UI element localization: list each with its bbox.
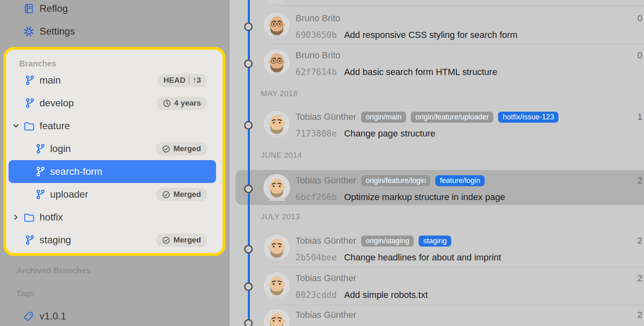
date-section-header: JUNE 2014 bbox=[261, 150, 302, 161]
commit-author: Tobias Günther bbox=[296, 236, 356, 246]
branch-label: login bbox=[50, 143, 71, 154]
avatar bbox=[263, 11, 291, 39]
date-section-header: JULY 2013 bbox=[261, 211, 300, 222]
commit-row[interactable]: Bruno Brito 62f7614bAdd basic search for… bbox=[263, 45, 644, 80]
avatar bbox=[263, 0, 291, 3]
commit-hash: 6903650b bbox=[296, 30, 337, 40]
sidebar-item-tag-v1.0.1[interactable]: v1.0.1 bbox=[0, 305, 229, 326]
commit-text: Tobias Güntherorigin/stagingstaging 2b50… bbox=[296, 233, 644, 266]
branch-tag[interactable]: origin/feature/login bbox=[361, 175, 430, 186]
branch-label: main bbox=[40, 75, 61, 86]
avatar bbox=[263, 174, 291, 201]
head-ahead-badge: HEAD↑3 bbox=[157, 74, 207, 87]
branch-tag[interactable]: origin/staging bbox=[361, 236, 414, 247]
commit-node bbox=[244, 22, 253, 31]
commit-text: Tobias Günther bbox=[296, 307, 644, 326]
commit-author: Tobias Günther bbox=[296, 112, 356, 122]
git-branch-icon bbox=[36, 189, 45, 200]
sidebar-item-branch-search-form[interactable]: search-form bbox=[9, 160, 216, 183]
sidebar-item-branch-develop[interactable]: develop4 years bbox=[6, 92, 223, 115]
avatar bbox=[263, 110, 291, 138]
sidebar-item-branch-staging[interactable]: stagingMerged bbox=[6, 229, 223, 251]
branch-tag[interactable]: staging bbox=[419, 236, 451, 247]
commit-row[interactable]: Tobias Güntherorigin/feature/loginfeatur… bbox=[263, 170, 644, 205]
branch-folder-label: hotfix bbox=[40, 211, 63, 223]
tag-icon bbox=[23, 311, 34, 322]
avatar bbox=[263, 308, 291, 326]
branch-tag[interactable]: hotfix/issue-123 bbox=[498, 112, 558, 123]
branch-label: search-form bbox=[50, 166, 102, 177]
commit-row[interactable]: Tobias Güntherorigin/stagingstaging 2b50… bbox=[263, 230, 644, 265]
git-client-window: ReflogSettings Branches mainHEAD↑3 devel… bbox=[0, 0, 644, 326]
gear-icon bbox=[23, 26, 34, 37]
commit-date-truncated: 0 bbox=[637, 13, 642, 24]
clock-icon bbox=[163, 99, 171, 108]
commit-hash: 62f7614b bbox=[296, 67, 337, 77]
row-separator bbox=[274, 44, 644, 44]
chevron-down-icon[interactable] bbox=[12, 122, 20, 130]
commit-node bbox=[244, 59, 253, 68]
folder-icon bbox=[24, 213, 35, 222]
commit-node bbox=[244, 282, 253, 291]
check-circle-icon bbox=[162, 236, 170, 244]
commit-node bbox=[244, 121, 253, 130]
sidebar-item-label: Reflog bbox=[40, 3, 68, 14]
row-separator bbox=[274, 267, 644, 267]
check-circle-icon bbox=[162, 190, 170, 199]
merged-badge: Merged bbox=[156, 188, 207, 201]
commit-hash: 2b504bee bbox=[296, 253, 337, 262]
commit-text: Tobias Günther 0023cdddAdd simple robots… bbox=[296, 270, 644, 304]
commit-row[interactable]: Tobias Güntherorigin/mainorigin/feature/… bbox=[263, 106, 644, 141]
commit-hash: 6bcf266b bbox=[296, 192, 337, 202]
check-circle-icon bbox=[162, 145, 170, 153]
git-branch-icon bbox=[36, 143, 45, 154]
sidebar-top-items: ReflogSettings bbox=[0, 0, 229, 43]
commit-message: Add basic search form HTML structure bbox=[344, 67, 497, 77]
sidebar-item-settings[interactable]: Settings bbox=[0, 20, 229, 43]
commit-history-panel: Bruno Brito 6903650bAdd responsive CSS s… bbox=[229, 0, 644, 326]
sidebar-item-branch-main[interactable]: mainHEAD↑3 bbox=[6, 69, 223, 92]
commit-author: Bruno Brito bbox=[296, 13, 340, 24]
commit-row[interactable]: Bruno Brito 6903650bAdd responsive CSS s… bbox=[263, 8, 644, 43]
commit-message: Optimize markup structure in index page bbox=[344, 192, 505, 203]
git-branch-icon bbox=[36, 166, 45, 177]
branch-label: develop bbox=[40, 97, 74, 109]
commit-node bbox=[244, 185, 253, 193]
archived-branches-header: Archived Branches bbox=[0, 259, 229, 282]
sidebar-item-label: Settings bbox=[40, 26, 75, 37]
commit-row[interactable]: Tobias Günther 0023cdddAdd simple robots… bbox=[263, 268, 644, 303]
branch-tag[interactable]: feature/login bbox=[435, 175, 485, 186]
branch-tag[interactable]: origin/main bbox=[361, 112, 406, 123]
chevron-right-icon[interactable] bbox=[12, 213, 20, 221]
branch-folder-hotfix[interactable]: hotfix bbox=[6, 206, 223, 229]
commit-date-truncated: 2 bbox=[637, 175, 642, 186]
sidebar-item-reflog[interactable]: Reflog bbox=[0, 0, 229, 20]
reflog-icon bbox=[23, 3, 34, 14]
commit-author: Tobias Günther bbox=[296, 310, 356, 320]
commit-text: Bruno Brito 6903650bAdd responsive CSS s… bbox=[296, 10, 644, 44]
folder-icon bbox=[24, 121, 35, 131]
branch-label: staging bbox=[40, 234, 71, 246]
merged-badge: Merged bbox=[156, 233, 207, 247]
branches-callout-highlight: Branches mainHEAD↑3 develop4 years featu… bbox=[3, 47, 225, 256]
commit-row[interactable]: Tobias Günther bbox=[263, 304, 644, 326]
branches-section-header: Branches bbox=[19, 59, 56, 68]
tags-section-header: Tags bbox=[0, 282, 229, 305]
sidebar-item-branch-login[interactable]: loginMerged bbox=[6, 137, 223, 160]
row-separator bbox=[274, 6, 644, 6]
last-commit-time-badge: 4 years bbox=[157, 97, 207, 110]
branch-tag[interactable]: origin/feature/uploader bbox=[411, 112, 493, 123]
tag-label: v1.0.1 bbox=[40, 311, 66, 322]
git-branch-icon bbox=[25, 75, 35, 86]
branch-folder-label: feature bbox=[40, 120, 70, 132]
branch-folder-feature[interactable]: feature bbox=[6, 115, 223, 137]
commit-date-truncated: 2 bbox=[637, 309, 642, 321]
avatar bbox=[263, 234, 291, 262]
commit-message: Add responsive CSS styling for search fo… bbox=[344, 30, 518, 40]
tags-list: v1.0.1 bbox=[0, 305, 229, 326]
sidebar-bottom: Archived Branches Tags v1.0.1 bbox=[0, 256, 229, 326]
commit-date-truncated: 2 bbox=[637, 273, 642, 284]
commit-author: Tobias Günther bbox=[296, 175, 356, 186]
sidebar-item-branch-uploader[interactable]: uploaderMerged bbox=[6, 183, 223, 206]
git-branch-icon bbox=[25, 235, 35, 245]
